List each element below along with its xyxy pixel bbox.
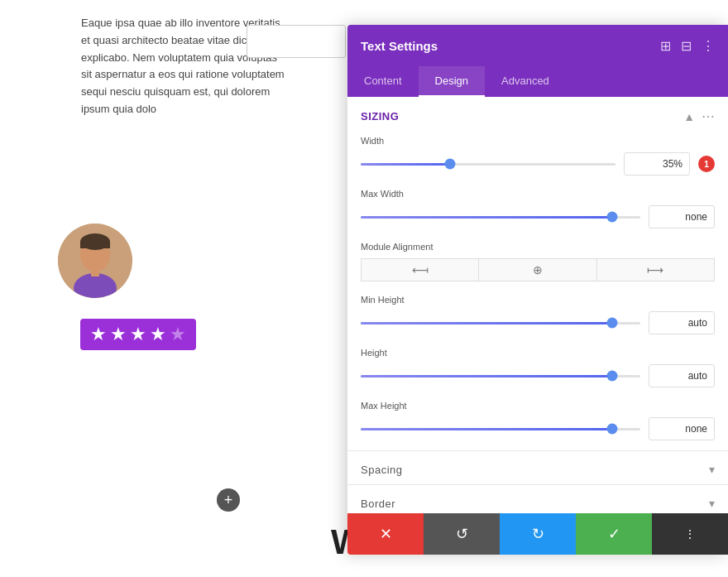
section-border-title: Border [361,498,395,510]
align-center-button[interactable]: ⊕ [478,258,596,281]
tab-design[interactable]: Design [419,66,485,97]
cancel-button[interactable]: ✕ [347,513,424,555]
avatar [58,224,132,298]
section-spacing: Spacing ▾ [347,451,728,485]
undo-button[interactable]: ↺ [424,513,500,555]
max-height-input[interactable] [649,417,715,440]
max-height-slider-fill [361,428,612,430]
star-3: ★ [130,324,146,345]
max-width-slider-thumb[interactable] [607,212,618,223]
save-icon: ✓ [608,525,620,543]
field-max-width: Max Width [347,185,728,238]
star-1: ★ [90,324,107,345]
max-width-slider-fill [361,216,612,219]
section-sizing-title: Sizing [361,110,399,123]
width-badge: 1 [698,156,715,172]
min-height-slider-fill [361,322,612,325]
add-button[interactable]: + [217,488,240,512]
alignment-buttons: ⟻ ⊕ ⟼ [361,258,715,281]
avatar-circle [58,224,132,298]
width-input[interactable] [624,152,690,176]
panel-body: Sizing ▲ ⋯ Width 1 [347,97,728,555]
section-sizing: Sizing ▲ ⋯ Width 1 [347,97,728,451]
height-slider-fill [361,375,612,377]
panel-header-icons: ⊞ ⊟ ⋮ [660,38,715,54]
top-right-box [247,25,346,58]
width-slider-fill [361,163,450,166]
action-bar: ✕ ↺ ↻ ✓ ⋮ [347,513,728,555]
tab-content[interactable]: Content [347,66,419,97]
sizing-chevron-up-icon: ▲ [683,110,695,123]
save-button[interactable]: ✓ [576,513,652,555]
star-5: ★ [170,324,186,345]
max-height-label: Max Height [361,401,715,411]
max-height-controls [361,417,715,440]
tab-advanced[interactable]: Advanced [485,66,566,97]
panel-tabs: Content Design Advanced [347,66,728,97]
max-width-slider-wrap [361,209,640,225]
star-4: ★ [150,324,166,345]
spacing-chevron-icon: ▾ [709,463,715,476]
field-min-height: Min Height [347,291,728,344]
border-chevron-icon: ▾ [709,497,715,510]
min-height-label: Min Height [361,295,715,305]
redo-icon: ↻ [532,525,544,543]
undo-icon: ↺ [456,525,468,543]
min-height-slider-track [361,322,640,325]
max-width-label: Max Width [361,189,715,199]
align-left-button[interactable]: ⟻ [361,258,478,281]
field-module-alignment: Module Alignment ⟻ ⊕ ⟼ [347,238,728,291]
width-slider-thumb[interactable] [444,159,455,170]
panel-icon-copy[interactable]: ⊞ [660,38,671,54]
redo-button[interactable]: ↻ [500,513,576,555]
panel-header: Text Settings ⊞ ⊟ ⋮ [347,25,728,66]
max-width-controls [361,205,715,228]
max-width-input[interactable] [649,205,715,228]
section-spacing-header[interactable]: Spacing ▾ [347,451,728,484]
star-2: ★ [110,324,127,345]
width-controls: 1 [361,152,715,176]
width-label: Width [361,136,715,146]
min-height-slider-wrap [361,315,640,331]
max-width-slider-track [361,216,640,219]
height-controls [361,364,715,387]
max-height-slider-track [361,428,640,430]
field-max-height: Max Height [347,397,728,450]
height-slider-track [361,375,640,377]
min-height-slider-thumb[interactable] [607,318,618,329]
align-center-icon: ⊕ [533,263,543,276]
more-options-button[interactable]: ⋮ [652,513,728,555]
cancel-icon: ✕ [380,525,392,543]
max-height-slider-thumb[interactable] [607,424,618,435]
panel-icon-minimize[interactable]: ⊟ [681,38,692,54]
svg-rect-5 [91,268,99,276]
section-sizing-controls: ▲ ⋯ [683,108,715,124]
field-width: Width 1 [347,132,728,185]
align-right-icon: ⟼ [647,263,663,276]
module-alignment-label: Module Alignment [361,242,715,252]
section-sizing-header[interactable]: Sizing ▲ ⋯ [347,97,728,132]
avatar-image [58,224,132,298]
star-rating: ★ ★ ★ ★ ★ [80,319,196,350]
width-slider-wrap [361,156,615,172]
min-height-input[interactable] [649,311,715,334]
panel-icon-more[interactable]: ⋮ [702,38,715,54]
sizing-dots-icon[interactable]: ⋯ [702,108,715,124]
height-slider-thumb[interactable] [607,371,618,382]
height-slider-wrap [361,368,640,384]
section-spacing-title: Spacing [361,464,402,476]
settings-panel: Text Settings ⊞ ⊟ ⋮ Content Design Advan… [347,25,728,555]
svg-rect-3 [80,242,110,248]
align-left-icon: ⟻ [412,263,429,276]
min-height-controls [361,311,715,334]
max-height-slider-wrap [361,421,640,437]
panel-title: Text Settings [361,39,438,53]
height-input[interactable] [649,364,715,387]
width-slider-track [361,163,615,166]
align-right-button[interactable]: ⟼ [596,258,715,281]
height-label: Height [361,348,715,358]
field-height: Height [347,344,728,397]
more-icon: ⋮ [684,527,696,541]
